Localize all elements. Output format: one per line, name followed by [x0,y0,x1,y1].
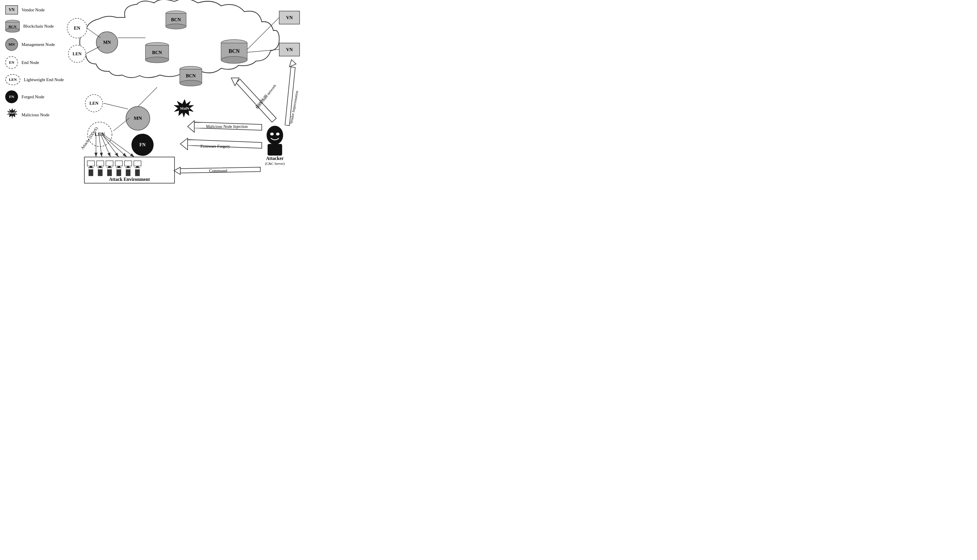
svg-point-38 [276,133,280,135]
legend-item-fn: FN Forged Node [5,90,64,103]
attacker-figure: Attacker (C&C Server) [265,126,285,166]
legend-item-len: LEN Lightweight End Node [5,74,64,85]
legend-mn-label: Management Node [22,42,55,47]
svg-text:Attacker: Attacker [266,156,283,161]
svg-rect-51 [107,167,112,168]
svg-marker-70 [180,138,188,150]
attack-environment: Attack Environment [84,157,175,183]
svg-text:LEN: LEN [90,101,98,105]
svg-rect-39 [268,144,282,155]
line-ddos-6 [102,134,134,157]
svg-point-6 [145,57,169,63]
svg-rect-49 [106,161,113,166]
svg-text:BCN: BCN [228,48,240,54]
mn-node-top: MN [96,32,118,53]
svg-rect-44 [90,166,92,167]
firmware-forgery-label: Firmware Forgery [200,144,230,148]
legend-vn-icon: VN [5,5,18,15]
legend-len-label: Lightweight End Node [24,77,64,82]
svg-rect-47 [99,166,102,167]
svg-text:MN: MN [103,40,111,45]
svg-rect-66 [135,170,140,176]
svg-rect-50 [108,166,111,167]
bcn-node-3: BCN [180,66,202,86]
svg-point-37 [270,133,274,135]
en-node-top: EN [67,18,87,38]
legend-len-icon: LEN [5,74,20,85]
svg-rect-59 [136,166,139,167]
svg-text:BCN: BCN [8,25,17,29]
svg-rect-53 [117,166,120,167]
blockchain-attack-label2: blockchain network [255,83,277,110]
svg-text:FN: FN [139,142,146,147]
line-mn-bcn-down [138,87,157,107]
svg-rect-55 [125,161,132,166]
fn-node: FN [132,134,153,155]
svg-point-14 [221,57,247,63]
main-container: BCN BCN BCN BCN VN [0,0,326,187]
svg-rect-57 [125,167,131,168]
legend-en-icon: EN [5,56,18,69]
svg-rect-52 [115,161,122,166]
svg-point-2 [166,24,186,29]
mn-node-mid: MN [126,107,150,130]
len-node-mid: LEN [85,95,103,112]
legend-item-mn: MN Management Node [5,38,64,51]
svg-text:LEN: LEN [73,52,82,56]
legend-fn-icon: FN [5,90,18,103]
svg-text:MalN: MalN [9,112,16,115]
legend-item-bcn: BCN Blockchain Node [5,20,64,33]
svg-marker-74 [174,167,180,175]
bcn-node-4: BCN [221,40,247,63]
vn-node-1: VN [279,11,300,24]
len-node-top: LEN [68,45,86,63]
bcn-node-1: BCN [166,11,186,29]
bcn-node-2: BCN [145,42,169,63]
legend: VN Vendor Node BCN Blockchain Node MN Ma… [5,5,64,121]
svg-text:(C&C Server): (C&C Server) [265,162,285,166]
command-label: Command [209,168,227,173]
svg-rect-64 [117,170,121,176]
maln-injection-label: Malicious Node Injection [206,125,248,129]
svg-rect-54 [116,167,122,168]
svg-point-77 [5,28,20,32]
svg-text:Attack Environment: Attack Environment [109,177,150,182]
vn-node-2: VN [279,43,300,56]
legend-fn-label: Forged Node [22,95,44,100]
svg-text:VN: VN [286,47,293,52]
legend-en-label: End Node [22,60,39,65]
line-mn-lenmid [103,103,128,109]
legend-bcn-label: Blockchain Node [23,24,54,29]
svg-rect-65 [126,170,130,176]
svg-text:MalN: MalN [180,106,189,110]
legend-mn-icon: MN [5,38,18,51]
svg-marker-73 [289,60,296,67]
svg-marker-71 [188,121,194,132]
line-mn-len [113,118,129,131]
legend-item-vn: VN Vendor Node [5,5,64,15]
svg-point-10 [180,80,202,86]
svg-text:BCN: BCN [152,50,162,55]
svg-text:EN: EN [74,26,80,30]
legend-vn-label: Vendor Node [22,8,45,13]
svg-rect-56 [127,166,129,167]
svg-text:BCN: BCN [186,73,196,78]
svg-rect-43 [87,161,95,166]
legend-maln-label: Malicious Node [22,113,50,117]
svg-rect-62 [98,170,102,176]
svg-text:VN: VN [286,15,293,20]
svg-rect-58 [134,161,141,166]
maln-node: MalN [174,100,194,117]
legend-maln-icon: MalN [5,108,18,121]
svg-rect-45 [88,167,93,168]
svg-rect-63 [107,170,112,176]
legend-bcn-icon: BCN [5,20,20,33]
svg-rect-61 [89,170,93,176]
blockchain-attack-arrow [236,79,276,122]
legend-item-maln: MalN Malicious Node [5,108,64,121]
svg-point-36 [267,126,283,145]
svg-rect-60 [135,167,140,168]
legend-item-en: EN End Node [5,56,64,69]
svg-text:MN: MN [134,115,142,121]
svg-text:BCN: BCN [171,17,181,22]
